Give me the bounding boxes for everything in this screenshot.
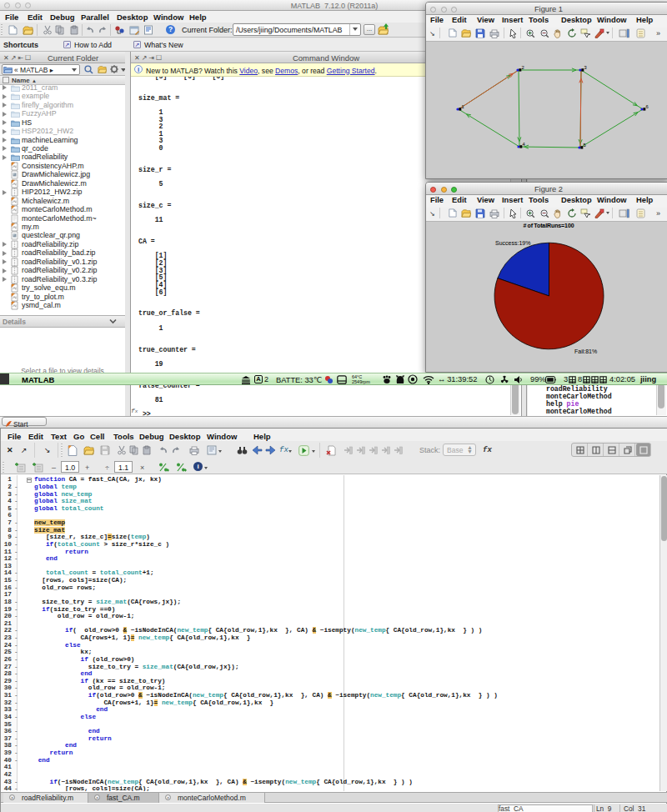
svg-text:1: 1 — [462, 104, 464, 109]
svg-text:4: 4 — [523, 142, 526, 147]
svg-text:2: 2 — [522, 65, 524, 70]
svg-text:3: 3 — [584, 65, 587, 70]
svg-text:5: 5 — [584, 143, 586, 148]
svg-text:6: 6 — [646, 104, 649, 109]
